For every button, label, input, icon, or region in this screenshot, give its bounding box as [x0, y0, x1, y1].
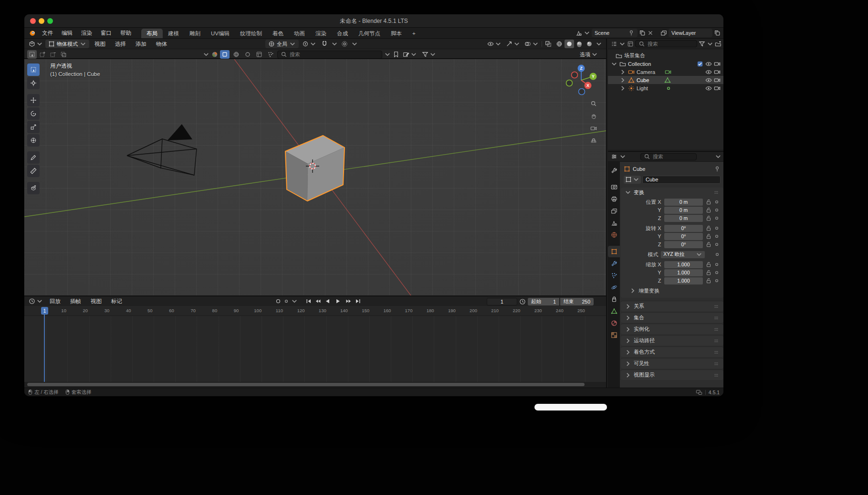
- outliner-editor-icon[interactable]: [611, 41, 617, 47]
- object-visibility-dropdown[interactable]: [486, 40, 503, 48]
- scale-x-field[interactable]: 1.000: [664, 261, 703, 268]
- tab-texture[interactable]: [608, 329, 620, 341]
- next-keyframe-button[interactable]: [344, 297, 352, 305]
- view-layer-selector[interactable]: ViewLayer: [669, 29, 712, 37]
- disclosure-closed-icon[interactable]: [619, 85, 626, 92]
- panel-shading[interactable]: 着色方式: [621, 347, 723, 357]
- lock-icon[interactable]: [705, 241, 712, 248]
- workspace-tab-shading[interactable]: 着色: [267, 29, 289, 38]
- location-x-field[interactable]: 0 m: [664, 199, 703, 206]
- outliner-row-scene-collection[interactable]: 场景集合: [608, 52, 723, 60]
- animate-dot-icon[interactable]: [713, 199, 720, 205]
- menu-render[interactable]: 渲染: [77, 28, 96, 38]
- lock-icon[interactable]: [705, 277, 712, 284]
- menu-help[interactable]: 帮助: [116, 28, 136, 38]
- pan-view-button[interactable]: [589, 112, 598, 120]
- current-frame-marker[interactable]: 1: [41, 307, 48, 315]
- view-layer-icon[interactable]: [660, 30, 667, 36]
- current-frame-line[interactable]: [44, 315, 45, 382]
- disclosure-closed-icon[interactable]: [619, 77, 626, 84]
- properties-search-field[interactable]: [640, 153, 697, 160]
- toggle-button-active[interactable]: [220, 50, 230, 59]
- lock-icon[interactable]: [705, 199, 712, 205]
- properties-search-input[interactable]: [653, 154, 693, 159]
- new-collection-icon[interactable]: [715, 41, 722, 47]
- select-mode-intersect-button[interactable]: [59, 50, 68, 59]
- workspace-tab-sculpting[interactable]: 雕刻: [184, 29, 206, 38]
- tab-material[interactable]: [608, 317, 620, 329]
- eye-icon[interactable]: [705, 77, 712, 84]
- tool-select-box[interactable]: [27, 63, 40, 76]
- outliner-row-camera[interactable]: Camera: [608, 68, 723, 76]
- lock-icon[interactable]: [705, 233, 712, 240]
- properties-options-chevron-icon[interactable]: [715, 153, 722, 160]
- eye-icon[interactable]: [705, 61, 712, 67]
- gizmos-dropdown[interactable]: [504, 40, 522, 48]
- chevron-down-icon[interactable]: [707, 41, 713, 47]
- transform-panel-header[interactable]: 变换: [621, 188, 723, 197]
- panel-visibility[interactable]: 可见性: [621, 358, 723, 369]
- play-button[interactable]: [333, 297, 343, 305]
- viewport-canvas[interactable]: Z Y X 用户透视 (1) Collection | Cube: [24, 59, 606, 295]
- tab-object-data[interactable]: [608, 305, 620, 317]
- menu-select[interactable]: 选择: [111, 39, 130, 49]
- lock-icon[interactable]: [705, 215, 712, 221]
- drag-grip-icon[interactable]: [713, 315, 720, 321]
- workspace-tab-scripting[interactable]: 脚本: [386, 29, 407, 38]
- select-mode-set-button[interactable]: [27, 50, 37, 59]
- tool-search-field[interactable]: [277, 51, 382, 59]
- tool-annotate[interactable]: [27, 151, 40, 164]
- workspace-tab-animation[interactable]: 动画: [289, 29, 310, 38]
- annotation-dropdown[interactable]: [401, 50, 418, 59]
- tool-scale[interactable]: [27, 121, 40, 133]
- tab-view-layer[interactable]: [608, 205, 620, 217]
- outliner-search-field[interactable]: [635, 40, 697, 47]
- perspective-toggle-button[interactable]: [589, 136, 598, 145]
- animate-dot-icon[interactable]: [714, 251, 721, 258]
- zoom-view-button[interactable]: [589, 99, 598, 108]
- frame-start-field[interactable]: 起始1: [528, 298, 559, 305]
- navigation-gizmo[interactable]: Z Y X: [566, 65, 597, 95]
- filter-dropdown[interactable]: [420, 50, 438, 59]
- chevron-down-icon[interactable]: [584, 30, 590, 36]
- shading-wireframe-button[interactable]: [554, 40, 564, 48]
- outliner-row-light[interactable]: Light: [608, 84, 723, 92]
- select-mode-extend-button[interactable]: [38, 50, 47, 59]
- toggle-button-sphere[interactable]: [231, 50, 241, 59]
- tool-rotate[interactable]: [27, 107, 40, 120]
- menu-add[interactable]: 添加: [131, 39, 151, 49]
- outliner-row-collection[interactable]: Collection: [608, 60, 723, 68]
- workspace-tab-layout[interactable]: 布局: [141, 29, 163, 38]
- snap-toggle[interactable]: [320, 40, 329, 48]
- chevron-down-icon[interactable]: [291, 298, 298, 305]
- id-type-button[interactable]: [624, 176, 641, 184]
- funnel-icon[interactable]: [699, 41, 705, 47]
- tool-cursor[interactable]: [27, 77, 40, 89]
- rotation-z-field[interactable]: 0°: [664, 241, 703, 248]
- scale-y-field[interactable]: 1.000: [664, 269, 703, 276]
- shading-solid-button[interactable]: [565, 40, 574, 48]
- display-mode-icon[interactable]: [627, 41, 634, 47]
- tab-object[interactable]: [608, 246, 620, 257]
- tab-render[interactable]: [608, 181, 620, 193]
- chevron-down-icon[interactable]: [619, 153, 626, 160]
- jump-to-start-button[interactable]: [304, 297, 313, 305]
- dock-bar[interactable]: [534, 404, 607, 411]
- search-input[interactable]: [290, 52, 379, 57]
- panel-motion-paths[interactable]: 运动路径: [621, 335, 723, 346]
- mode-selector[interactable]: 物体模式: [45, 40, 89, 48]
- animate-dot-icon[interactable]: [713, 207, 720, 213]
- menu-view[interactable]: 视图: [90, 39, 110, 49]
- outliner-row-cube[interactable]: Cube: [608, 76, 723, 84]
- keying-set-icon[interactable]: [283, 298, 290, 305]
- pin-icon[interactable]: [628, 30, 635, 36]
- overlays-dropdown[interactable]: [523, 40, 540, 48]
- menu-playback[interactable]: 回放: [45, 296, 65, 306]
- new-view-layer-icon[interactable]: [714, 30, 721, 36]
- render-visibility-icon[interactable]: [714, 61, 721, 67]
- use-preview-range-icon[interactable]: [519, 298, 526, 305]
- select-mode-subtract-button[interactable]: [48, 50, 58, 59]
- panel-viewport-display[interactable]: 视图显示: [621, 369, 723, 380]
- gizmo-neg-z-ball[interactable]: [579, 89, 585, 95]
- proportional-edit-toggle[interactable]: [340, 40, 349, 48]
